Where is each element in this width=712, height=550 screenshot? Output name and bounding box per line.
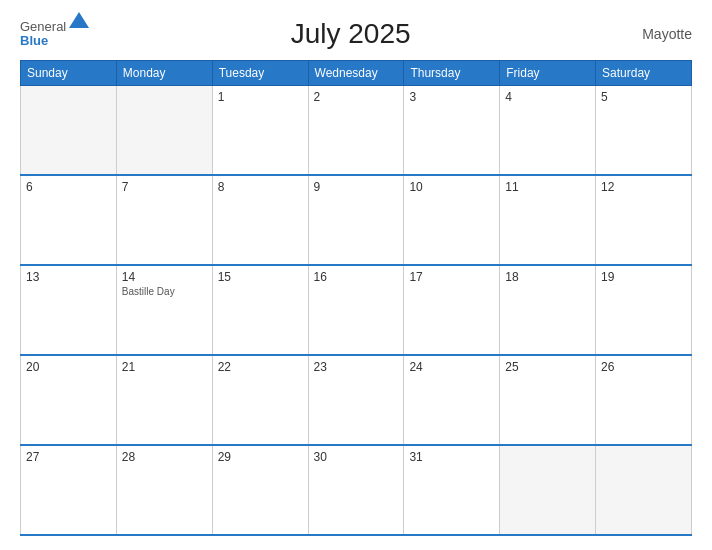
day-number: 19 — [601, 270, 686, 284]
calendar-cell: 17 — [404, 265, 500, 355]
calendar-cell: 20 — [21, 355, 117, 445]
calendar-cell: 10 — [404, 175, 500, 265]
day-number: 17 — [409, 270, 494, 284]
calendar-cell — [116, 86, 212, 176]
calendar-cell: 16 — [308, 265, 404, 355]
day-number: 10 — [409, 180, 494, 194]
calendar-cell: 23 — [308, 355, 404, 445]
calendar-week-row: 12345 — [21, 86, 692, 176]
day-number: 29 — [218, 450, 303, 464]
calendar-week-row: 6789101112 — [21, 175, 692, 265]
col-wednesday: Wednesday — [308, 61, 404, 86]
calendar-cell: 24 — [404, 355, 500, 445]
calendar-title: July 2025 — [89, 18, 612, 50]
day-number: 24 — [409, 360, 494, 374]
day-number: 9 — [314, 180, 399, 194]
calendar-cell: 25 — [500, 355, 596, 445]
day-number: 11 — [505, 180, 590, 194]
calendar-cell: 29 — [212, 445, 308, 535]
day-number: 20 — [26, 360, 111, 374]
day-number: 25 — [505, 360, 590, 374]
calendar-week-row: 2728293031 — [21, 445, 692, 535]
calendar-table: Sunday Monday Tuesday Wednesday Thursday… — [20, 60, 692, 536]
day-number: 31 — [409, 450, 494, 464]
calendar-cell: 27 — [21, 445, 117, 535]
day-number: 28 — [122, 450, 207, 464]
calendar-cell: 4 — [500, 86, 596, 176]
calendar-cell: 22 — [212, 355, 308, 445]
calendar-cell: 6 — [21, 175, 117, 265]
col-saturday: Saturday — [596, 61, 692, 86]
calendar-cell: 11 — [500, 175, 596, 265]
region-label: Mayotte — [612, 26, 692, 42]
calendar-cell: 30 — [308, 445, 404, 535]
day-number: 5 — [601, 90, 686, 104]
calendar-cell: 13 — [21, 265, 117, 355]
day-number: 14 — [122, 270, 207, 284]
logo-text: General Blue — [20, 20, 66, 49]
col-monday: Monday — [116, 61, 212, 86]
calendar-cell: 15 — [212, 265, 308, 355]
day-number: 12 — [601, 180, 686, 194]
day-number: 2 — [314, 90, 399, 104]
day-number: 4 — [505, 90, 590, 104]
day-number: 6 — [26, 180, 111, 194]
calendar-cell: 18 — [500, 265, 596, 355]
day-number: 18 — [505, 270, 590, 284]
calendar-cell — [500, 445, 596, 535]
holiday-label: Bastille Day — [122, 286, 207, 297]
weekday-header-row: Sunday Monday Tuesday Wednesday Thursday… — [21, 61, 692, 86]
day-number: 22 — [218, 360, 303, 374]
logo: General Blue — [20, 20, 89, 49]
page: General Blue July 2025 Mayotte Sunday Mo… — [0, 0, 712, 550]
calendar-cell: 3 — [404, 86, 500, 176]
calendar-cell — [596, 445, 692, 535]
day-number: 16 — [314, 270, 399, 284]
day-number: 23 — [314, 360, 399, 374]
calendar-cell: 19 — [596, 265, 692, 355]
col-tuesday: Tuesday — [212, 61, 308, 86]
calendar-week-row: 20212223242526 — [21, 355, 692, 445]
day-number: 26 — [601, 360, 686, 374]
calendar-cell: 31 — [404, 445, 500, 535]
calendar-week-row: 1314Bastille Day1516171819 — [21, 265, 692, 355]
calendar-cell: 8 — [212, 175, 308, 265]
logo-general: General — [20, 20, 66, 34]
day-number: 15 — [218, 270, 303, 284]
day-number: 7 — [122, 180, 207, 194]
calendar-cell: 12 — [596, 175, 692, 265]
logo-triangle-icon — [69, 12, 89, 28]
calendar-cell: 1 — [212, 86, 308, 176]
calendar-cell: 7 — [116, 175, 212, 265]
calendar-cell: 14Bastille Day — [116, 265, 212, 355]
calendar-cell: 2 — [308, 86, 404, 176]
calendar-cell: 28 — [116, 445, 212, 535]
day-number: 13 — [26, 270, 111, 284]
calendar-cell — [21, 86, 117, 176]
day-number: 27 — [26, 450, 111, 464]
day-number: 3 — [409, 90, 494, 104]
calendar-cell: 26 — [596, 355, 692, 445]
day-number: 8 — [218, 180, 303, 194]
logo-blue: Blue — [20, 34, 66, 48]
day-number: 30 — [314, 450, 399, 464]
calendar-cell: 21 — [116, 355, 212, 445]
header: General Blue July 2025 Mayotte — [20, 18, 692, 50]
day-number: 1 — [218, 90, 303, 104]
col-sunday: Sunday — [21, 61, 117, 86]
calendar-cell: 5 — [596, 86, 692, 176]
calendar-cell: 9 — [308, 175, 404, 265]
day-number: 21 — [122, 360, 207, 374]
col-thursday: Thursday — [404, 61, 500, 86]
col-friday: Friday — [500, 61, 596, 86]
